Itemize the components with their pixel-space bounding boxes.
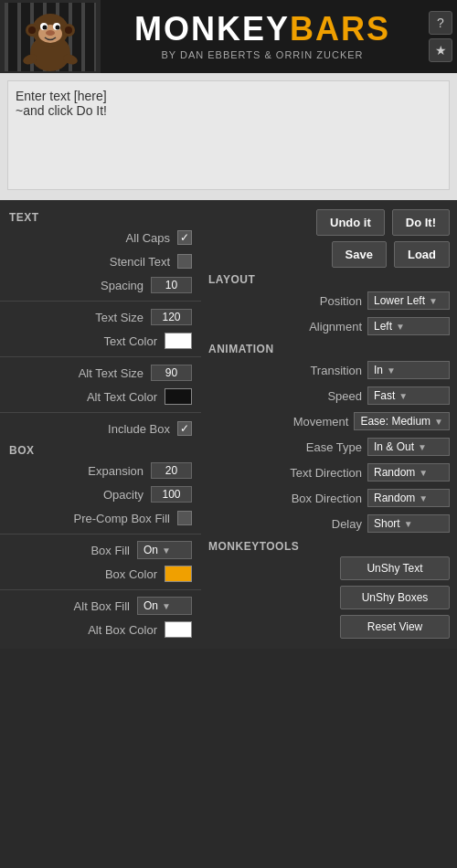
expansion-input[interactable] (151, 462, 192, 479)
expansion-row: Expansion (0, 459, 201, 482)
text-size-input[interactable] (151, 309, 192, 325)
movement-row: Movement Ease: Medium ▼ (208, 410, 450, 432)
box-direction-label: Box Direction (208, 492, 367, 505)
alt-text-color-row: Alt Text Color (0, 385, 201, 408)
text-size-row: Text Size (0, 305, 201, 329)
opacity-row: Opacity (0, 482, 201, 506)
delay-dropdown[interactable]: Short ▼ (367, 514, 450, 533)
position-value: Lower Left (374, 294, 425, 307)
svg-rect-7 (81, 3, 85, 71)
movement-value: Ease: Medium (360, 415, 430, 428)
speed-row: Speed Fast ▼ (208, 385, 450, 407)
opacity-input[interactable] (151, 486, 192, 503)
transition-arrow-icon: ▼ (387, 365, 396, 376)
spacing-label: Spacing (9, 279, 151, 292)
text-direction-label: Text Direction (208, 466, 367, 480)
unshy-text-button[interactable]: UnShy Text (340, 556, 450, 580)
star-button[interactable]: ★ (429, 38, 452, 62)
ease-type-dropdown[interactable]: In & Out ▼ (367, 438, 450, 456)
header-icon-group: ? ★ (424, 4, 457, 69)
speed-dropdown[interactable]: Fast ▼ (367, 386, 450, 405)
svg-point-20 (46, 30, 55, 36)
position-arrow-icon: ▼ (429, 296, 438, 306)
svg-point-18 (43, 25, 48, 29)
opacity-label: Opacity (9, 488, 151, 502)
alt-box-color-swatch[interactable] (165, 621, 192, 638)
action-buttons-row2: Save Load (208, 241, 450, 268)
text-section-label: TEXT (0, 207, 201, 226)
spacing-input[interactable] (151, 277, 192, 293)
alt-text-size-label: Alt Text Size (9, 366, 151, 380)
delay-value: Short (374, 517, 400, 530)
stencil-text-row: Stencil Text (0, 249, 201, 273)
stencil-text-label: Stencil Text (9, 255, 177, 269)
alt-text-size-row: Alt Text Size (0, 361, 201, 385)
reset-view-button[interactable]: Reset View (340, 615, 450, 639)
title-bars-text: BARS (290, 10, 390, 48)
alignment-dropdown[interactable]: Left ▼ (367, 317, 450, 335)
monkeytools-section-label: MONKEYTOOLS (208, 540, 450, 553)
spacing-row: Spacing (0, 273, 201, 297)
save-button[interactable]: Save (332, 241, 387, 268)
include-box-checkbox[interactable] (177, 421, 192, 436)
alt-text-size-input[interactable] (151, 365, 192, 381)
pre-comp-row: Pre-Comp Box Fill (0, 506, 201, 530)
header-monkey-image (0, 0, 101, 73)
alt-box-color-row: Alt Box Color (0, 618, 201, 641)
title-monkey-text: MONKEY (134, 10, 290, 48)
alt-box-fill-dropdown[interactable]: On ▼ (137, 597, 192, 615)
right-panel: Undo it Do It! Save Load LAYOUT Position… (201, 200, 457, 649)
undo-button[interactable]: Undo it (316, 209, 385, 236)
alt-text-color-swatch[interactable] (165, 388, 192, 405)
all-caps-checkbox[interactable] (177, 230, 192, 245)
position-row: Position Lower Left ▼ (208, 290, 450, 312)
delay-arrow-icon: ▼ (404, 519, 413, 529)
alt-box-fill-arrow-icon: ▼ (162, 601, 171, 611)
doit-button[interactable]: Do It! (392, 209, 450, 236)
question-button[interactable]: ? (429, 11, 452, 35)
main-content: TEXT All Caps Stencil Text Spacing Text … (0, 200, 457, 649)
text-color-row: Text Color (0, 329, 201, 353)
position-dropdown[interactable]: Lower Left ▼ (367, 291, 450, 310)
alignment-row: Alignment Left ▼ (208, 315, 450, 337)
header-title-block: MONKEYBARS BY DAN EBBERTS & ORRIN ZUCKER (101, 13, 424, 60)
load-button[interactable]: Load (394, 241, 450, 268)
svg-point-12 (28, 26, 36, 34)
include-box-row: Include Box (0, 417, 201, 440)
main-text-input[interactable]: Enter text [here] ~and click Do It! (7, 80, 450, 190)
pre-comp-checkbox[interactable] (177, 511, 192, 525)
box-direction-arrow-icon: ▼ (419, 493, 428, 503)
svg-rect-1 (5, 3, 8, 71)
text-direction-dropdown[interactable]: Random ▼ (367, 463, 450, 482)
box-fill-label: Box Fill (9, 544, 137, 557)
box-color-swatch[interactable] (165, 566, 192, 582)
text-direction-value: Random (374, 466, 415, 479)
monkeytools-buttons: UnShy Text UnShy Boxes Reset View (208, 556, 450, 639)
transition-dropdown[interactable]: In ▼ (367, 361, 450, 379)
speed-value: Fast (374, 389, 395, 402)
delay-label: Delay (208, 517, 367, 531)
svg-rect-2 (17, 3, 21, 71)
ease-type-row: Ease Type In & Out ▼ (208, 436, 450, 458)
pre-comp-label: Pre-Comp Box Fill (9, 512, 177, 525)
alignment-label: Alignment (208, 320, 367, 333)
movement-dropdown[interactable]: Ease: Medium ▼ (354, 412, 450, 430)
header-subtitle: BY DAN EBBERTS & ORRIN ZUCKER (161, 49, 363, 60)
unshy-boxes-button[interactable]: UnShy Boxes (340, 586, 450, 609)
all-caps-row: All Caps (0, 226, 201, 249)
ease-type-value: In & Out (374, 440, 414, 453)
ease-type-label: Ease Type (208, 440, 367, 454)
box-fill-row: Box Fill On ▼ (0, 538, 201, 562)
action-buttons-row1: Undo it Do It! (208, 209, 450, 236)
box-direction-dropdown[interactable]: Random ▼ (367, 489, 450, 507)
position-label: Position (208, 294, 367, 308)
delay-row: Delay Short ▼ (208, 513, 450, 535)
header: MONKEYBARS BY DAN EBBERTS & ORRIN ZUCKER… (0, 0, 457, 73)
box-color-row: Box Color (0, 562, 201, 586)
transition-row: Transition In ▼ (208, 359, 450, 381)
svg-rect-8 (94, 3, 96, 71)
speed-arrow-icon: ▼ (399, 391, 408, 401)
box-fill-dropdown[interactable]: On ▼ (137, 541, 192, 559)
text-color-swatch[interactable] (165, 333, 192, 349)
stencil-text-checkbox[interactable] (177, 254, 192, 269)
